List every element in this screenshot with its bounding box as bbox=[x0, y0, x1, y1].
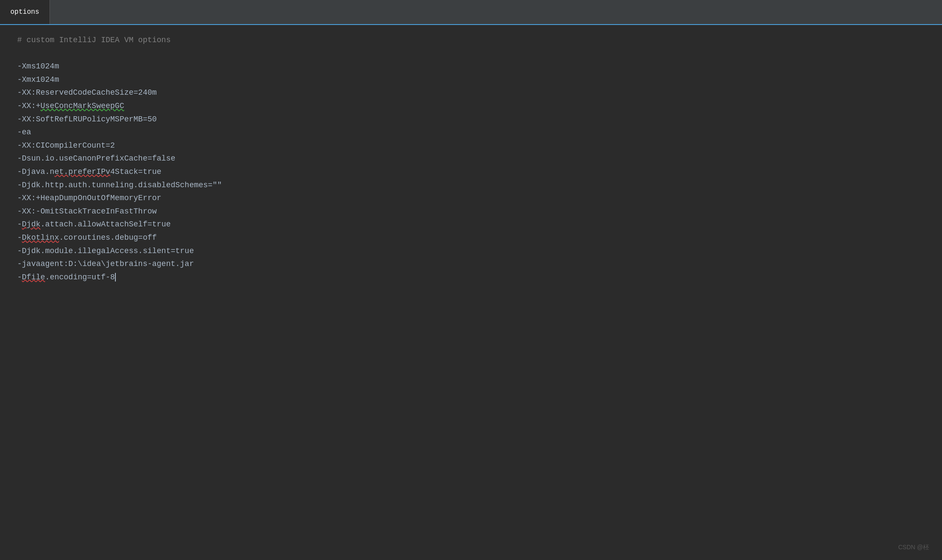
line-djdk-http: -Djdk.http.auth.tunneling.disabledScheme… bbox=[17, 179, 925, 192]
line-omit-stack: -XX:-OmitStackTraceInFastThrow bbox=[17, 205, 925, 218]
line-ea: -ea bbox=[17, 126, 925, 139]
line-comment: # custom IntelliJ IDEA VM options bbox=[17, 34, 925, 47]
text-cursor bbox=[115, 273, 116, 282]
line-soft-ref: -XX:SoftRefLRUPolicyMSPerMB=50 bbox=[17, 113, 925, 126]
line-dfile-encoding: -Dfile.encoding=utf-8 bbox=[17, 271, 925, 284]
line-reserved-code: -XX:ReservedCodeCacheSize=240m bbox=[17, 86, 925, 99]
line-use-conc: -XX:+UseConcMarkSweepGC bbox=[17, 99, 925, 113]
line-heap-dump: -XX:+HeapDumpOnOutOfMemoryError bbox=[17, 192, 925, 205]
line-xmx: -Xmx1024m bbox=[17, 73, 925, 87]
line-djava-net: -Djava.net.preferIPv4Stack=true bbox=[17, 165, 925, 179]
line-javaagent: -javaagent:D:\idea\jetbrains-agent.jar bbox=[17, 257, 925, 271]
line-djdk-attach: -Djdk.attach.allowAttachSelf=true bbox=[17, 218, 925, 231]
editor-area: # custom IntelliJ IDEA VM options -Xms10… bbox=[0, 25, 942, 301]
tab-label: options bbox=[10, 8, 39, 16]
line-dkotlinx: -Dkotlinx.coroutines.debug=off bbox=[17, 231, 925, 244]
line-dsun-io: -Dsun.io.useCanonPrefixCache=false bbox=[17, 152, 925, 165]
tab-options[interactable]: options bbox=[0, 0, 50, 24]
tab-bar: options bbox=[0, 0, 942, 25]
line-empty-1 bbox=[17, 47, 925, 60]
watermark: CSDN @柸 bbox=[898, 544, 929, 551]
line-ci-compiler: -XX:CICompilerCount=2 bbox=[17, 139, 925, 152]
line-djdk-module: -Djdk.module.illegalAccess.silent=true bbox=[17, 244, 925, 258]
line-xms: -Xms1024m bbox=[17, 60, 925, 73]
